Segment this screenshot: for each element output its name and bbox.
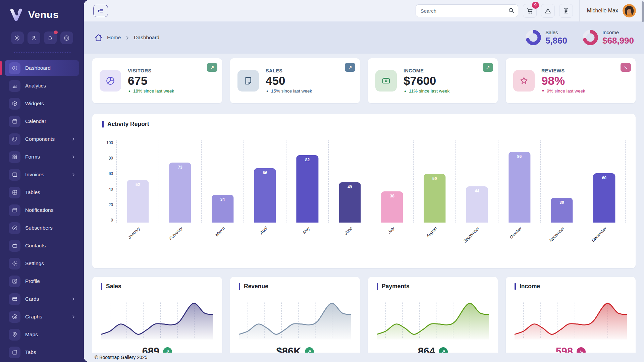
x-axis-labels: JanuaryFebruaryMarchAprilMayJuneJulyAugu… (116, 223, 626, 253)
sidebar-item-label: Calendar (25, 118, 46, 124)
stat-card-link-button[interactable]: ↗ (207, 63, 217, 72)
cart-icon (526, 7, 533, 14)
stat-label: Sales (545, 29, 567, 36)
x-axis-label: February (159, 223, 202, 253)
bar-value-label: 30 (551, 200, 573, 205)
pie-chart-icon (9, 62, 20, 74)
search-input[interactable] (416, 4, 518, 17)
bar-value-label: 86 (508, 154, 530, 159)
search-icon[interactable] (508, 7, 515, 15)
skype-button[interactable] (60, 32, 73, 44)
notification-dot (54, 31, 58, 34)
stat-label: Income (602, 29, 634, 36)
x-axis-label: June (329, 223, 371, 253)
title-accent (102, 121, 104, 128)
x-axis-label: October (498, 223, 541, 253)
sidebar-item-tables[interactable]: Tables (5, 184, 79, 200)
sidebar-item-forms[interactable]: Forms (5, 149, 79, 165)
title-accent (239, 283, 240, 290)
stat-card-link-button[interactable]: ↗ (483, 63, 493, 72)
sidebar-item-widgets[interactable]: Widgets (5, 96, 79, 112)
sidebar-item-label: Contacts (25, 243, 46, 249)
chevron-right-icon (71, 314, 76, 319)
bar-cell: 38 (371, 140, 413, 223)
user-avatar (623, 4, 636, 17)
stat-card-value: 450 (266, 74, 312, 87)
sidebar-item-label: Components (25, 136, 55, 142)
x-axis-label: March (201, 223, 244, 253)
pie-chart-icon (100, 70, 121, 92)
sidebar-item-label: Cards (25, 296, 39, 302)
area-chart-income (515, 297, 627, 340)
window-icon (9, 204, 20, 216)
gear-button[interactable] (11, 32, 24, 44)
stat-value: $68,990 (602, 36, 634, 46)
x-axis-label: September (456, 223, 498, 253)
bar-april: 66 (254, 168, 276, 223)
title-accent (377, 283, 378, 290)
map-pin-icon (9, 329, 20, 341)
scrollbar-thumb[interactable] (642, 1, 644, 22)
user-menu[interactable]: Michelle Max (580, 4, 644, 17)
cart-badge: 9 (532, 2, 539, 9)
bell-button[interactable] (44, 32, 57, 44)
bar-chart-icon (9, 80, 20, 92)
header-stat-income: Income$68,990 (583, 29, 634, 45)
chevron-right-icon (71, 155, 76, 159)
content: VISITORS675▲18% since last week↗SALES450… (84, 54, 644, 362)
home-icon[interactable] (94, 33, 103, 42)
bar-march: 34 (212, 195, 233, 223)
stat-card-label: SALES (266, 68, 312, 73)
sidebar-item-maps[interactable]: Maps (5, 326, 79, 343)
breadcrumb-home[interactable]: Home (107, 35, 121, 41)
title-accent (101, 283, 102, 290)
news-button[interactable] (559, 4, 573, 18)
title-accent (515, 283, 516, 290)
sidebar-item-calendar[interactable]: Calendar (5, 113, 79, 129)
trend-card-payments: Payments864↗ (368, 277, 498, 362)
stat-card-label: VISITORS (128, 68, 174, 73)
profile-card-icon (9, 276, 20, 287)
sidebar-item-contacts[interactable]: Contacts (5, 238, 79, 254)
bar-cell: 30 (540, 140, 583, 223)
stat-cards-row: VISITORS675▲18% since last week↗SALES450… (92, 58, 636, 103)
bar-value-label: 66 (254, 171, 276, 175)
x-axis-label: April (244, 223, 286, 253)
alerts-button[interactable] (541, 4, 555, 18)
bar-cell: 34 (201, 140, 244, 223)
trend-up-icon: ▲ (266, 89, 269, 93)
user-button[interactable] (28, 32, 40, 44)
sidebar-item-notifications[interactable]: Notifications (5, 202, 79, 218)
sidebar-item-invoices[interactable]: Invoices (5, 167, 79, 183)
sidebar-item-profile[interactable]: Profile (5, 273, 79, 289)
sidebar-item-subscribers[interactable]: Subscribers (5, 220, 79, 236)
sidebar-item-analytics[interactable]: Analytics (5, 78, 79, 94)
sidebar-item-graphs[interactable]: Graphs (5, 309, 79, 325)
arrow-down-right-icon: ↘ (624, 65, 628, 70)
sidebar-toggle-button[interactable] (93, 5, 108, 17)
sidebar-quick-icons (0, 32, 84, 44)
stat-card-link-button[interactable]: ↗ (345, 63, 355, 72)
sidebar-item-cards[interactable]: Cards (5, 291, 79, 307)
bar-september: 44 (466, 186, 488, 223)
sidebar-item-label: Profile (25, 278, 40, 284)
sidebar-item-components[interactable]: Components (5, 131, 79, 147)
bar-cell: 59 (413, 140, 455, 223)
sidebar-item-settings[interactable]: Settings (5, 255, 79, 272)
sidebar-item-label: Maps (25, 331, 38, 338)
sidebar-item-dashboard[interactable]: Dashboard (5, 60, 79, 76)
gear-icon (9, 258, 20, 269)
sidebar-item-tabs[interactable]: Tabs (5, 344, 79, 360)
trend-card-income: Income598↘ (506, 277, 636, 362)
cart-button[interactable]: 9 (523, 4, 537, 18)
stat-card-visitors: VISITORS675▲18% since last week↗ (92, 58, 222, 103)
brand-logo[interactable]: Venus (0, 0, 84, 24)
trend-up-icon: ▲ (404, 89, 407, 93)
y-tick-label: 40 (102, 187, 113, 192)
stat-card-link-button[interactable]: ↘ (621, 63, 631, 72)
scrollbar (641, 0, 644, 362)
bar-february: 73 (169, 163, 191, 223)
bar-plot: 527334668249385944863060 (116, 140, 626, 223)
sidebar-item-label: Notifications (25, 207, 53, 213)
bar-december: 60 (593, 173, 615, 223)
